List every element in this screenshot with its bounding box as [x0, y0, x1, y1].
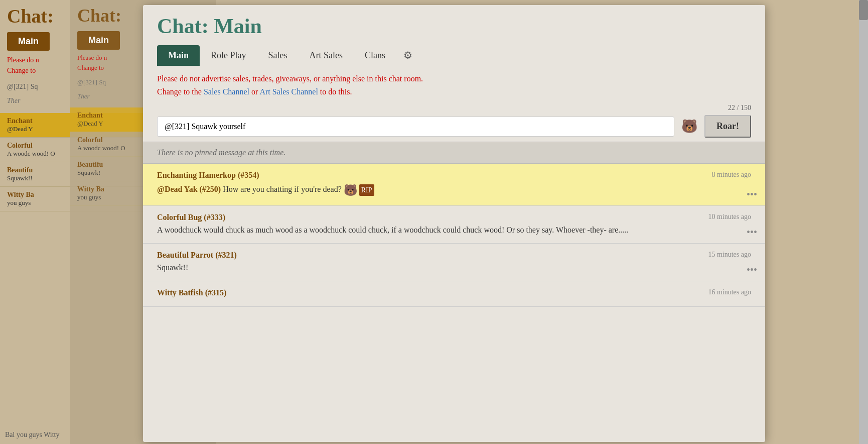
art-sales-channel-link[interactable]: Art Sales Channel	[259, 87, 318, 96]
message-time-1: 8 minutes ago	[711, 171, 751, 179]
message-item-1: Enchanting Hamerkop (#354) 8 minutes ago…	[143, 164, 765, 206]
panel-header: Chat: Main Main Role Play Sales Art Sale…	[143, 5, 765, 66]
roar-button[interactable]: Roar!	[704, 115, 751, 138]
message-author-1: Enchanting Hamerkop (#354)	[157, 171, 259, 180]
notice-bar: Please do not advertise sales, trades, g…	[143, 66, 765, 102]
message-author-3: Beautiful Parrot (#321)	[157, 251, 237, 260]
message-text-2: A woodchuck would chuck as much wood as …	[157, 224, 751, 236]
mention-link-1[interactable]: @Dead Yak (#250)	[157, 185, 221, 193]
settings-gear-icon[interactable]: ⚙	[396, 44, 419, 66]
notice-line2-suffix: to do this.	[318, 87, 352, 96]
message-time-2: 10 minutes ago	[708, 213, 751, 221]
pinned-message-bar: There is no pinned message at this time.	[143, 142, 765, 164]
tab-roleplay[interactable]: Role Play	[200, 45, 257, 66]
main-chat-panel: Chat: Main Main Role Play Sales Art Sale…	[143, 5, 765, 442]
bottom-label: Bal you guys Witty	[5, 431, 59, 439]
panel-title: Chat: Main	[157, 14, 751, 38]
input-row: 🐻 Roar!	[143, 113, 765, 142]
message-text-1: @Dead Yak (#250) How are you chatting if…	[157, 182, 751, 198]
messages-area[interactable]: Enchanting Hamerkop (#354) 8 minutes ago…	[143, 164, 765, 442]
message-item-2: Colorful Bug (#333) 10 minutes ago A woo…	[143, 206, 765, 244]
notice-line2-prefix: Change to the	[157, 87, 204, 96]
message-item-4: Witty Batfish (#315) 16 minutes ago	[143, 281, 765, 307]
message-item-3: Beautiful Parrot (#321) 15 minutes ago S…	[143, 244, 765, 281]
emoji-bear-1: 🐻	[344, 182, 357, 198]
message-time-4: 16 minutes ago	[708, 288, 751, 296]
emoji-button[interactable]: 🐻	[678, 116, 700, 138]
scrollbar-thumb[interactable]	[859, 0, 868, 20]
tab-sales[interactable]: Sales	[257, 45, 299, 66]
message-options-1[interactable]: •••	[747, 189, 757, 200]
overlay-main-button[interactable]: Main	[77, 31, 120, 50]
message-author-4: Witty Batfish (#315)	[157, 288, 226, 297]
char-count: 22 / 150	[143, 102, 765, 113]
sales-channel-link[interactable]: Sales Channel	[204, 87, 249, 96]
message-author-2: Colorful Bug (#333)	[157, 213, 225, 222]
emoji-rip-1: RIP	[359, 184, 374, 196]
tab-clans[interactable]: Clans	[354, 45, 396, 66]
message-time-3: 15 minutes ago	[708, 251, 751, 259]
tab-main[interactable]: Main	[157, 45, 200, 66]
notice-line2-mid: or	[249, 87, 259, 96]
message-text-3: Squawk!!	[157, 262, 751, 274]
scrollbar[interactable]	[859, 0, 868, 444]
notice-line1: Please do not advertise sales, trades, g…	[157, 74, 423, 83]
tab-artsales[interactable]: Art Sales	[299, 45, 354, 66]
message-options-3[interactable]: •••	[747, 264, 757, 276]
tabs-row: Main Role Play Sales Art Sales Clans ⚙	[157, 44, 751, 66]
message-options-2[interactable]: •••	[747, 227, 757, 238]
bg-main-button[interactable]: Main	[7, 32, 50, 51]
chat-input[interactable]	[157, 117, 674, 137]
